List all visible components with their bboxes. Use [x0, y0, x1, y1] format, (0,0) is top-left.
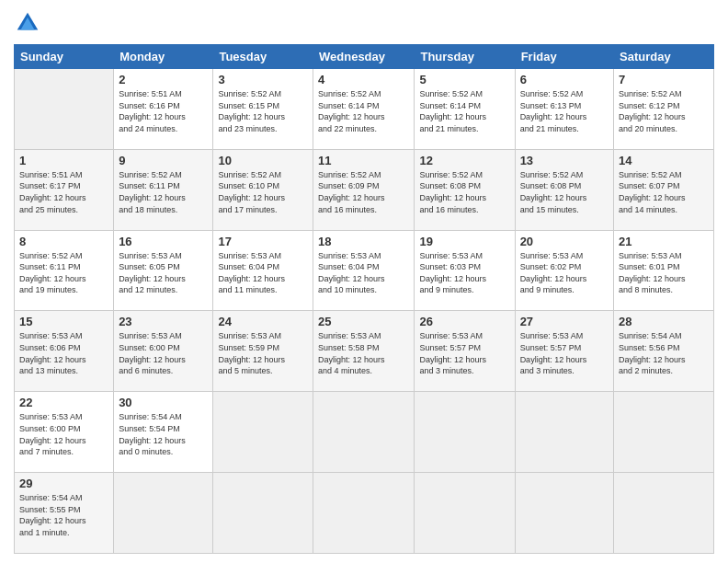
- day-number: 6: [520, 73, 609, 86]
- day-info: Sunrise: 5:53 AM Sunset: 6:00 PM Dayligh…: [119, 330, 208, 376]
- day-info: Sunrise: 5:52 AM Sunset: 6:10 PM Dayligh…: [218, 169, 308, 215]
- day-number: 23: [119, 315, 208, 328]
- day-number: 25: [318, 315, 409, 328]
- calendar-cell: 6Sunrise: 5:52 AM Sunset: 6:13 PM Daylig…: [515, 69, 613, 150]
- day-number: 14: [619, 154, 709, 167]
- day-number: 26: [419, 315, 509, 328]
- calendar-cell: 16Sunrise: 5:53 AM Sunset: 6:05 PM Dayli…: [114, 230, 213, 311]
- calendar-cell: 13Sunrise: 5:52 AM Sunset: 6:08 PM Dayli…: [515, 149, 613, 230]
- page: SundayMondayTuesdayWednesdayThursdayFrid…: [0, 0, 728, 563]
- day-info: Sunrise: 5:52 AM Sunset: 6:07 PM Dayligh…: [619, 169, 709, 215]
- day-info: Sunrise: 5:53 AM Sunset: 5:59 PM Dayligh…: [218, 330, 308, 376]
- col-header-saturday: Saturday: [614, 45, 714, 69]
- day-number: 2: [119, 73, 208, 86]
- calendar-cell: 3Sunrise: 5:52 AM Sunset: 6:15 PM Daylig…: [213, 69, 313, 150]
- day-number: 1: [19, 154, 108, 167]
- calendar-cell: 10Sunrise: 5:52 AM Sunset: 6:10 PM Dayli…: [213, 149, 313, 230]
- day-number: 29: [19, 477, 108, 490]
- calendar-cell: [313, 392, 415, 473]
- day-number: 15: [19, 315, 108, 328]
- day-number: 11: [318, 154, 409, 167]
- calendar-cell: [614, 473, 714, 554]
- day-number: 5: [419, 73, 509, 86]
- day-info: Sunrise: 5:53 AM Sunset: 6:03 PM Dayligh…: [419, 250, 509, 296]
- day-info: Sunrise: 5:52 AM Sunset: 6:08 PM Dayligh…: [520, 169, 609, 215]
- day-info: Sunrise: 5:53 AM Sunset: 6:02 PM Dayligh…: [520, 250, 609, 296]
- col-header-sunday: Sunday: [15, 45, 114, 69]
- calendar-cell: 14Sunrise: 5:52 AM Sunset: 6:07 PM Dayli…: [614, 149, 714, 230]
- calendar-cell: 21Sunrise: 5:53 AM Sunset: 6:01 PM Dayli…: [614, 230, 714, 311]
- calendar-cell: [313, 473, 415, 554]
- calendar-week-1: 2Sunrise: 5:51 AM Sunset: 6:16 PM Daylig…: [15, 69, 714, 150]
- calendar-week-4: 15Sunrise: 5:53 AM Sunset: 6:06 PM Dayli…: [15, 311, 714, 392]
- calendar-cell: 7Sunrise: 5:52 AM Sunset: 6:12 PM Daylig…: [614, 69, 714, 150]
- calendar-cell: 15Sunrise: 5:53 AM Sunset: 6:06 PM Dayli…: [15, 311, 114, 392]
- col-header-monday: Monday: [114, 45, 213, 69]
- calendar-cell: 11Sunrise: 5:52 AM Sunset: 6:09 PM Dayli…: [313, 149, 415, 230]
- day-number: 19: [419, 235, 509, 248]
- calendar-cell: [614, 392, 714, 473]
- col-header-tuesday: Tuesday: [213, 45, 313, 69]
- calendar-cell: 1Sunrise: 5:51 AM Sunset: 6:17 PM Daylig…: [15, 149, 114, 230]
- calendar-cell: 19Sunrise: 5:53 AM Sunset: 6:03 PM Dayli…: [415, 230, 515, 311]
- day-number: 18: [318, 235, 409, 248]
- day-info: Sunrise: 5:53 AM Sunset: 5:57 PM Dayligh…: [520, 330, 609, 376]
- day-info: Sunrise: 5:51 AM Sunset: 6:17 PM Dayligh…: [19, 169, 108, 215]
- day-info: Sunrise: 5:52 AM Sunset: 6:11 PM Dayligh…: [19, 250, 108, 296]
- day-number: 21: [619, 235, 709, 248]
- logo: [14, 9, 45, 37]
- col-header-friday: Friday: [515, 45, 613, 69]
- calendar: SundayMondayTuesdayWednesdayThursdayFrid…: [14, 44, 714, 554]
- day-info: Sunrise: 5:54 AM Sunset: 5:55 PM Dayligh…: [19, 492, 108, 538]
- calendar-cell: 5Sunrise: 5:52 AM Sunset: 6:14 PM Daylig…: [415, 69, 515, 150]
- calendar-cell: [515, 392, 613, 473]
- day-info: Sunrise: 5:53 AM Sunset: 6:00 PM Dayligh…: [19, 411, 108, 457]
- day-info: Sunrise: 5:53 AM Sunset: 5:57 PM Dayligh…: [419, 330, 509, 376]
- col-header-thursday: Thursday: [415, 45, 515, 69]
- calendar-body: 2Sunrise: 5:51 AM Sunset: 6:16 PM Daylig…: [15, 69, 714, 554]
- day-number: 10: [218, 154, 308, 167]
- column-headers: SundayMondayTuesdayWednesdayThursdayFrid…: [15, 45, 714, 69]
- calendar-cell: [213, 473, 313, 554]
- calendar-cell: 26Sunrise: 5:53 AM Sunset: 5:57 PM Dayli…: [415, 311, 515, 392]
- calendar-cell: [15, 69, 114, 150]
- day-number: 9: [119, 154, 208, 167]
- calendar-cell: 22Sunrise: 5:53 AM Sunset: 6:00 PM Dayli…: [15, 392, 114, 473]
- calendar-cell: 28Sunrise: 5:54 AM Sunset: 5:56 PM Dayli…: [614, 311, 714, 392]
- day-info: Sunrise: 5:54 AM Sunset: 5:56 PM Dayligh…: [619, 330, 709, 376]
- day-number: 27: [520, 315, 609, 328]
- calendar-cell: 8Sunrise: 5:52 AM Sunset: 6:11 PM Daylig…: [15, 230, 114, 311]
- calendar-cell: 27Sunrise: 5:53 AM Sunset: 5:57 PM Dayli…: [515, 311, 613, 392]
- day-info: Sunrise: 5:53 AM Sunset: 6:06 PM Dayligh…: [19, 330, 108, 376]
- day-info: Sunrise: 5:51 AM Sunset: 6:16 PM Dayligh…: [119, 88, 208, 134]
- day-number: 8: [19, 235, 108, 248]
- day-number: 20: [520, 235, 609, 248]
- day-number: 4: [318, 73, 409, 86]
- calendar-cell: 20Sunrise: 5:53 AM Sunset: 6:02 PM Dayli…: [515, 230, 613, 311]
- day-number: 24: [218, 315, 308, 328]
- calendar-cell: [415, 392, 515, 473]
- day-number: 22: [19, 396, 108, 409]
- calendar-cell: 12Sunrise: 5:52 AM Sunset: 6:08 PM Dayli…: [415, 149, 515, 230]
- day-info: Sunrise: 5:52 AM Sunset: 6:11 PM Dayligh…: [119, 169, 208, 215]
- calendar-cell: 30Sunrise: 5:54 AM Sunset: 5:54 PM Dayli…: [114, 392, 213, 473]
- calendar-cell: 18Sunrise: 5:53 AM Sunset: 6:04 PM Dayli…: [313, 230, 415, 311]
- header: [14, 9, 714, 37]
- calendar-cell: 29Sunrise: 5:54 AM Sunset: 5:55 PM Dayli…: [15, 473, 114, 554]
- day-info: Sunrise: 5:52 AM Sunset: 6:09 PM Dayligh…: [318, 169, 409, 215]
- day-number: 30: [119, 396, 208, 409]
- calendar-cell: 25Sunrise: 5:53 AM Sunset: 5:58 PM Dayli…: [313, 311, 415, 392]
- calendar-cell: 23Sunrise: 5:53 AM Sunset: 6:00 PM Dayli…: [114, 311, 213, 392]
- day-info: Sunrise: 5:53 AM Sunset: 6:04 PM Dayligh…: [318, 250, 409, 296]
- day-info: Sunrise: 5:53 AM Sunset: 6:05 PM Dayligh…: [119, 250, 208, 296]
- day-number: 17: [218, 235, 308, 248]
- day-info: Sunrise: 5:53 AM Sunset: 5:58 PM Dayligh…: [318, 330, 409, 376]
- calendar-cell: [415, 473, 515, 554]
- calendar-cell: 4Sunrise: 5:52 AM Sunset: 6:14 PM Daylig…: [313, 69, 415, 150]
- day-number: 28: [619, 315, 709, 328]
- day-info: Sunrise: 5:52 AM Sunset: 6:12 PM Dayligh…: [619, 88, 709, 134]
- calendar-cell: [114, 473, 213, 554]
- calendar-week-5: 22Sunrise: 5:53 AM Sunset: 6:00 PM Dayli…: [15, 392, 714, 473]
- calendar-cell: 9Sunrise: 5:52 AM Sunset: 6:11 PM Daylig…: [114, 149, 213, 230]
- day-info: Sunrise: 5:52 AM Sunset: 6:14 PM Dayligh…: [419, 88, 509, 134]
